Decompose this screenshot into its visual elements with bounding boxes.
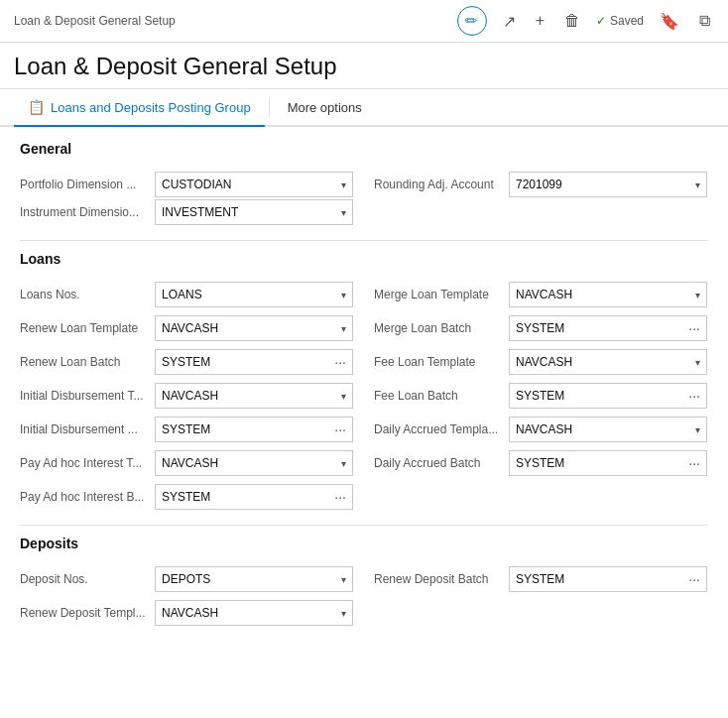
caret-icon: ▾ [341,391,346,402]
merge-loan-batch-row: Merge Loan Batch SYSTEM ··· [374,314,708,342]
merge-loan-batch-label: Merge Loan Batch [374,321,503,335]
rounding-adj-select[interactable]: 7201099 ▾ [509,172,707,197]
fee-loan-batch-row: Fee Loan Batch SYSTEM ··· [374,382,708,410]
general-section: General Portfolio Dimension ... CUSTODIA… [20,141,708,226]
loans-section-title: Loans [20,251,708,271]
loans-nos-row: Loans Nos. LOANS ▾ [20,281,354,308]
caret-down-icon-3: ▾ [695,180,700,190]
delete-icon[interactable]: 🗑 [560,8,584,34]
renew-deposit-batch-select[interactable]: SYSTEM ··· [509,566,707,592]
general-divider [20,240,708,241]
loans-section: Loans Loans Nos. LOANS ▾ Merge Loan Temp… [20,251,708,511]
pay-adhoc-interest-b-label: Pay Ad hoc Interest B... [20,490,149,504]
renew-loan-batch-select[interactable]: SYSTEM ··· [155,349,353,375]
general-section-title: General [20,141,708,161]
merge-loan-batch-select[interactable]: SYSTEM ··· [509,315,707,341]
loans-divider [20,525,708,526]
pay-adhoc-interest-t-row: Pay Ad hoc Interest T... NAVCASH ▾ [20,449,354,477]
initial-disbursement-t-row: Initial Disbursement T... NAVCASH ▾ [20,382,354,410]
renew-loan-batch-row: Renew Loan Batch SYSTEM ··· [20,348,354,376]
merge-loan-template-row: Merge Loan Template NAVCASH ▾ [374,281,708,308]
ellipsis-icon: ··· [688,320,700,336]
tab-divider [269,97,270,117]
ellipsis-icon: ··· [334,354,346,370]
fee-loan-batch-select[interactable]: SYSTEM ··· [509,383,707,409]
daily-accrued-batch-label: Daily Accrued Batch [374,456,503,470]
ellipsis-icon: ··· [688,388,700,404]
ellipsis-icon: ··· [334,421,346,437]
caret-icon: ▾ [341,323,346,334]
portfolio-dimension-row: Portfolio Dimension ... CUSTODIAN ▾ [20,171,354,198]
instrument-dimension-select[interactable]: INVESTMENT ▾ [155,199,353,225]
edit-icon: ✏ [465,12,478,30]
renew-deposit-template-label: Renew Deposit Templ... [20,606,149,620]
initial-disbursement-row: Initial Disbursement ... SYSTEM ··· [20,416,354,443]
fee-loan-template-label: Fee Loan Template [374,355,503,369]
caret-icon: ▾ [695,357,700,368]
general-form-grid: Portfolio Dimension ... CUSTODIAN ▾ Inst… [20,171,708,226]
tab-loans-deposits[interactable]: 📋 Loans and Deposits Posting Group [14,89,265,127]
tab-bar: 📋 Loans and Deposits Posting Group More … [0,89,728,127]
open-new-icon[interactable]: ⧉ [695,8,714,34]
general-right-col: Rounding Adj. Account 7201099 ▾ [374,171,708,226]
pay-adhoc-interest-t-select[interactable]: NAVCASH ▾ [155,450,353,476]
instrument-dimension-label: Instrument Dimensio... [20,205,149,219]
top-bar-title: Loan & Deposit General Setup [14,14,176,28]
fee-loan-template-row: Fee Loan Template NAVCASH ▾ [374,348,708,376]
renew-deposit-batch-label: Renew Deposit Batch [374,572,503,586]
check-icon: ✓ [596,14,606,28]
ellipsis-icon: ··· [688,571,700,587]
renew-loan-batch-label: Renew Loan Batch [20,355,149,369]
pay-adhoc-interest-t-label: Pay Ad hoc Interest T... [20,456,149,470]
initial-disbursement-label: Initial Disbursement ... [20,422,149,436]
ellipsis-icon: ··· [688,455,700,471]
merge-loan-template-label: Merge Loan Template [374,288,503,301]
deposits-section-title: Deposits [20,536,708,555]
tab-loans-deposits-icon: 📋 [28,99,45,115]
deposits-section: Deposits Deposit Nos. DEPOTS ▾ Renew Dep… [20,536,708,627]
daily-accrued-batch-row: Daily Accrued Batch SYSTEM ··· [374,449,708,477]
instrument-dimension-row: Instrument Dimensio... INVESTMENT ▾ [20,198,354,226]
renew-loan-template-row: Renew Loan Template NAVCASH ▾ [20,314,354,342]
merge-loan-template-select[interactable]: NAVCASH ▾ [509,282,707,307]
pay-adhoc-interest-b-select[interactable]: SYSTEM ··· [155,484,353,510]
deposits-form-grid: Deposit Nos. DEPOTS ▾ Renew Deposit Batc… [20,565,708,627]
daily-accrued-template-label: Daily Accrued Templa... [374,422,503,436]
caret-icon: ▾ [341,608,346,619]
renew-deposit-batch-row: Renew Deposit Batch SYSTEM ··· [374,565,708,593]
renew-deposit-template-row: Renew Deposit Templ... NAVCASH ▾ [20,599,354,627]
deposit-nos-label: Deposit Nos. [20,572,149,586]
loans-form-grid: Loans Nos. LOANS ▾ Merge Loan Template N… [20,281,708,511]
caret-icon: ▾ [695,290,700,300]
daily-accrued-batch-select[interactable]: SYSTEM ··· [509,450,707,476]
rounding-adj-label: Rounding Adj. Account [374,178,503,191]
saved-status: ✓ Saved [596,14,644,28]
loans-nos-select[interactable]: LOANS ▾ [155,282,353,307]
portfolio-dimension-select[interactable]: CUSTODIAN ▾ [155,172,353,197]
pay-adhoc-interest-b-row: Pay Ad hoc Interest B... SYSTEM ··· [20,483,354,511]
loans-nos-label: Loans Nos. [20,288,149,301]
caret-icon: ▾ [341,574,346,585]
general-left-col: Portfolio Dimension ... CUSTODIAN ▾ Inst… [20,171,354,226]
tab-more-options[interactable]: More options [274,90,376,127]
fee-loan-batch-label: Fee Loan Batch [374,389,503,403]
portfolio-dimension-label: Portfolio Dimension ... [20,178,149,191]
fee-loan-template-select[interactable]: NAVCASH ▾ [509,349,707,375]
add-icon[interactable]: + [532,8,548,34]
content-area: General Portfolio Dimension ... CUSTODIA… [0,127,728,645]
renew-loan-template-select[interactable]: NAVCASH ▾ [155,315,353,341]
daily-accrued-template-select[interactable]: NAVCASH ▾ [509,417,707,442]
bookmark-icon[interactable]: 🔖 [656,8,683,35]
caret-icon: ▾ [341,290,346,300]
caret-icon: ▾ [695,424,700,435]
deposit-nos-select[interactable]: DEPOTS ▾ [155,566,353,592]
initial-disbursement-t-label: Initial Disbursement T... [20,389,149,403]
edit-button[interactable]: ✏ [457,6,487,36]
renew-loan-template-label: Renew Loan Template [20,321,149,335]
initial-disbursement-select[interactable]: SYSTEM ··· [155,417,353,442]
share-icon[interactable]: ↗ [499,8,520,35]
initial-disbursement-t-select[interactable]: NAVCASH ▾ [155,383,353,409]
renew-deposit-template-select[interactable]: NAVCASH ▾ [155,600,353,626]
top-bar: Loan & Deposit General Setup ✏ ↗ + 🗑 ✓ S… [0,0,728,43]
caret-icon: ▾ [341,458,346,469]
